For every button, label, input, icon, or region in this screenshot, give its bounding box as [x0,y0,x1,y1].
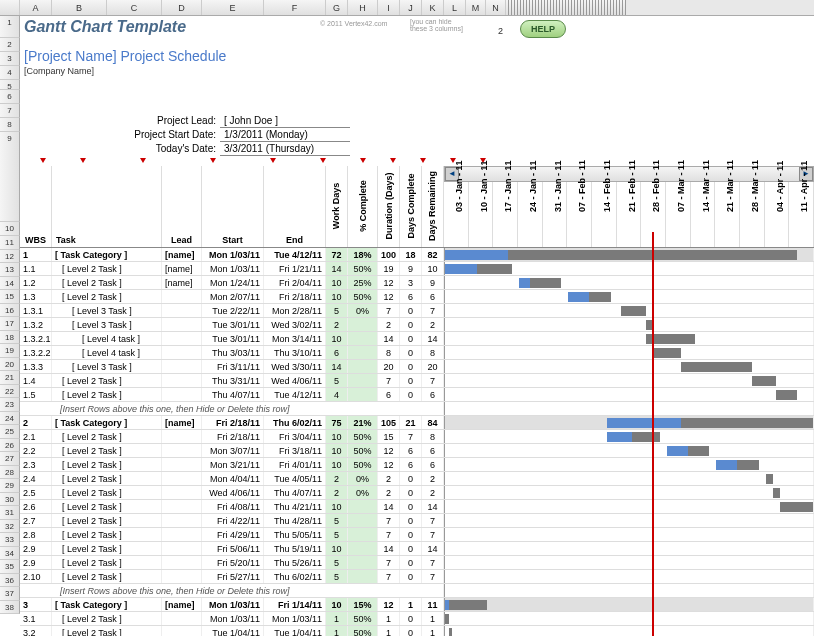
gantt-cell [444,360,814,373]
project-start-value[interactable]: 1/3/2011 (Monday) [220,128,350,142]
duration-header: Duration (Days) [384,172,394,239]
task-row[interactable]: 1.5[ Level 2 Task ]Thu 4/07/11Tue 4/12/1… [20,388,814,402]
col-header-N[interactable]: N [486,0,506,15]
row-header-10[interactable]: 10 [0,222,20,236]
row-header-7[interactable]: 7 [0,104,20,118]
row-header-1[interactable]: 1 [0,16,20,38]
task-row[interactable]: 3.2[ Level 2 Task ]Tue 1/04/11Tue 1/04/1… [20,626,814,636]
gantt-cell [444,304,814,317]
gantt-bar-complete [445,264,477,274]
gantt-bar-complete [716,460,737,470]
col-header-B[interactable]: B [52,0,107,15]
row-header-28[interactable]: 28 [0,466,20,480]
task-row[interactable]: 2.2[ Level 2 Task ]Mon 3/07/11Fri 3/18/1… [20,444,814,458]
task-row[interactable]: 2.4[ Level 2 Task ]Mon 4/04/11Tue 4/05/1… [20,472,814,486]
row-header-29[interactable]: 29 [0,479,20,493]
task-row[interactable]: 1.3.2[ Level 3 Task ]Tue 3/01/11Wed 3/02… [20,318,814,332]
row-header-36[interactable]: 36 [0,574,20,588]
col-header-L[interactable]: L [444,0,466,15]
row-header-20[interactable]: 20 [0,358,20,372]
row-header-3[interactable]: 3 [0,52,20,66]
task-row[interactable]: 2.10[ Level 2 Task ]Fri 5/27/11Thu 6/02/… [20,570,814,584]
gantt-cell [444,346,814,359]
task-row[interactable]: 2.9[ Level 2 Task ]Fri 5/20/11Thu 5/26/1… [20,556,814,570]
row-header-27[interactable]: 27 [0,452,20,466]
row-header-16[interactable]: 16 [0,304,20,318]
col-header-M[interactable]: M [466,0,486,15]
row-header-37[interactable]: 37 [0,587,20,601]
task-row[interactable]: 2.5[ Level 2 Task ]Wed 4/06/11Thu 4/07/1… [20,486,814,500]
col-header-H[interactable]: H [348,0,378,15]
task-row[interactable]: 1[ Task Category ][name]Mon 1/03/11Tue 4… [20,248,814,262]
col-header-C[interactable]: C [107,0,162,15]
row-header-35[interactable]: 35 [0,560,20,574]
task-row[interactable]: 3.1[ Level 2 Task ]Mon 1/03/11Mon 1/03/1… [20,612,814,626]
row-header-18[interactable]: 18 [0,331,20,345]
row-header-14[interactable]: 14 [0,277,20,291]
row-header-22[interactable]: 22 [0,385,20,399]
row-header-23[interactable]: 23 [0,398,20,412]
col-header-G[interactable]: G [326,0,348,15]
project-lead-value[interactable]: [ John Doe ] [220,114,350,128]
row-header-34[interactable]: 34 [0,547,20,561]
task-row[interactable]: 1.1[ Level 2 Task ][name]Mon 1/03/11Fri … [20,262,814,276]
row-header-15[interactable]: 15 [0,290,20,304]
help-button[interactable]: HELP [520,20,566,38]
hide-columns-note: [you can hide these 3 columns] [410,18,470,32]
row-header-31[interactable]: 31 [0,506,20,520]
task-row[interactable]: 1.2[ Level 2 Task ][name]Mon 1/24/11Fri … [20,276,814,290]
row-header-5[interactable]: 5 [0,80,20,90]
gantt-cell [444,262,814,275]
gantt-bar-remaining [688,446,709,456]
col-header-A[interactable]: A [20,0,52,15]
row-header-4[interactable]: 4 [0,66,20,80]
task-row[interactable]: 2.9[ Level 2 Task ]Fri 5/06/11Thu 5/19/1… [20,542,814,556]
column-count: 2 [498,26,503,36]
date-col: 07 - Mar - 11 [666,182,691,247]
task-row[interactable]: 2[ Task Category ][name]Fri 2/18/11Thu 6… [20,416,814,430]
row-header-25[interactable]: 25 [0,425,20,439]
row-header-6[interactable]: 6 [0,90,20,104]
row-header-26[interactable]: 26 [0,439,20,453]
gantt-cell [444,556,814,569]
row-header-21[interactable]: 21 [0,371,20,385]
row-header-17[interactable]: 17 [0,317,20,331]
col-header-E[interactable]: E [202,0,264,15]
col-header-J[interactable]: J [400,0,422,15]
row-header-12[interactable]: 12 [0,250,20,264]
col-header-K[interactable]: K [422,0,444,15]
row-header-8[interactable]: 8 [0,118,20,132]
row-header-19[interactable]: 19 [0,344,20,358]
row-header-11[interactable]: 11 [0,236,20,250]
task-row[interactable]: 1.4[ Level 2 Task ]Thu 3/31/11Wed 4/06/1… [20,374,814,388]
gantt-cell [444,276,814,289]
col-header-F[interactable]: F [264,0,326,15]
row-header-13[interactable]: 13 [0,263,20,277]
gantt-bar-remaining [589,292,610,302]
col-header-I[interactable]: I [378,0,400,15]
task-row[interactable]: 2.8[ Level 2 Task ]Fri 4/29/11Thu 5/05/1… [20,528,814,542]
row-header-9[interactable]: 9 [0,132,20,222]
task-row[interactable]: 2.6[ Level 2 Task ]Fri 4/08/11Thu 4/21/1… [20,500,814,514]
row-header-30[interactable]: 30 [0,493,20,507]
task-row[interactable]: 2.3[ Level 2 Task ]Mon 3/21/11Fri 4/01/1… [20,458,814,472]
task-row[interactable]: 2.1[ Level 2 Task ]Fri 2/18/11Fri 3/04/1… [20,430,814,444]
row-header-2[interactable]: 2 [0,38,20,52]
task-row[interactable]: 2.7[ Level 2 Task ]Fri 4/22/11Thu 4/28/1… [20,514,814,528]
days-remaining-header: Days Remaining [428,171,438,241]
task-row[interactable]: 1.3[ Level 2 Task ]Mon 2/07/11Fri 2/18/1… [20,290,814,304]
gantt-cell [444,486,814,499]
col-header-D[interactable]: D [162,0,202,15]
row-header-38[interactable]: 38 [0,601,20,615]
task-row[interactable]: 1.3.3[ Level 3 Task ]Fri 3/11/11Wed 3/30… [20,360,814,374]
task-row[interactable]: 1.3.2.1[ Level 4 task ]Tue 3/01/11Mon 3/… [20,332,814,346]
task-row[interactable]: 1.3.2.2[ Level 4 task ]Thu 3/03/11Thu 3/… [20,346,814,360]
wbs-header: WBS [25,235,46,245]
task-row[interactable]: 1.3.1[ Level 3 Task ]Tue 2/22/11Mon 2/28… [20,304,814,318]
row-header-33[interactable]: 33 [0,533,20,547]
row-header-24[interactable]: 24 [0,412,20,426]
row-header-32[interactable]: 32 [0,520,20,534]
task-row[interactable]: 3[ Task Category ][name]Mon 1/03/11Fri 1… [20,598,814,612]
today-date-value[interactable]: 3/3/2011 (Thursday) [220,142,350,156]
today-line [652,232,654,636]
